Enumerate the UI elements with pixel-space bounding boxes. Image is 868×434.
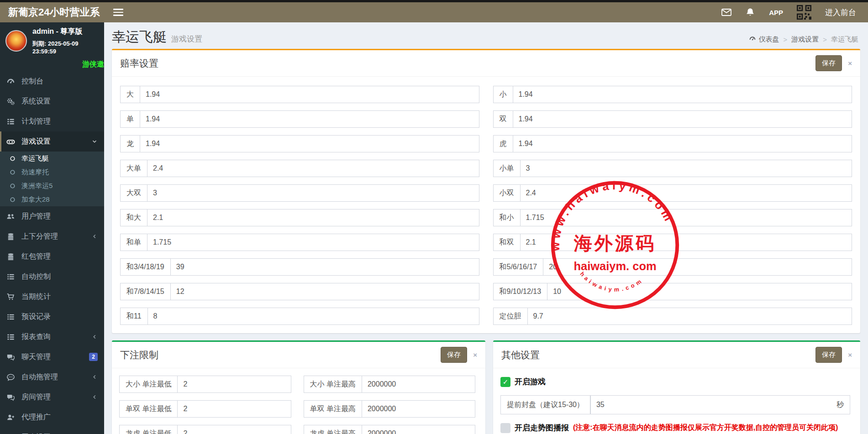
sidebar-item-auto-bot-management[interactable]: 自动拖管理 [0,367,104,387]
sidebar-item-agent-promotion[interactable]: 代理推广 [0,407,104,427]
user-plus-icon [6,413,17,422]
odds-close-icon[interactable]: × [848,60,852,67]
odds-panel-header: 赔率设置 保存 × [112,50,860,77]
odds-field: 和双 [493,234,852,251]
close-ahead-input[interactable] [590,395,831,414]
odds-save-button[interactable]: 保存 [815,55,842,71]
announcement-marquee: 游侠邀请 [0,58,104,71]
breadcrumb-separator: > [783,36,787,43]
trend-broadcast-checkbox[interactable] [500,423,510,433]
odds-input[interactable] [520,160,852,177]
app-link[interactable]: APP [769,9,783,16]
odds-input[interactable] [140,86,479,103]
limit-max-field: 大小 单注最高 [304,376,476,393]
odds-input[interactable] [147,184,479,202]
limit-max-label: 单双 单注最高 [304,400,362,418]
sidebar-item-label: 回水设置 [21,433,51,434]
odds-settings-panel: 赔率设置 保存 × 大小单双龙虎大单小单大双小双和大和小和单和双和3/4/18/… [112,49,860,333]
odds-input[interactable] [147,209,479,226]
odds-input[interactable] [140,135,479,152]
sidebar-item-preset-records[interactable]: 预设记录 [0,307,104,327]
breadcrumb-game-settings-link[interactable]: 游戏设置 [791,35,819,44]
limit-min-input[interactable] [177,425,291,434]
odds-input[interactable] [513,86,852,103]
odds-panel-title: 赔率设置 [120,57,158,70]
close-ahead-field: 提前封盘（建议15-30） 秒 [500,395,850,414]
cart-icon [6,292,17,301]
limit-min-input[interactable] [177,400,291,418]
tasks-icon [6,117,17,126]
content-header: 幸运飞艇 游戏设置 仪表盘 > 游戏设置 > 幸运飞艇 [112,22,860,49]
comments-icon [6,352,17,361]
sidebar-subitem-speed-moto[interactable]: 劲速摩托 [0,165,104,179]
breadcrumb-separator: > [823,36,827,43]
sidebar-item-report-query[interactable]: 报表查询 [0,327,104,347]
user-panel: admin - 尊享版 到期: 2025-05-09 23:59:59 [0,22,104,58]
sidebar-subitem-lucky-airship[interactable]: 幸运飞艇 [0,152,104,165]
limit-max-input[interactable] [362,376,475,393]
breadcrumb-dashboard-link[interactable]: 仪表盘 [749,35,779,44]
chevron-left-icon [91,233,98,240]
chevron-left-icon [91,374,98,380]
trend-broadcast-note: (注意:在聊天消息流内的走势图播报仅展示官方开奖数据,自控的管理员可关闭此项) [573,423,838,433]
enter-frontend-link[interactable]: 进入前台 [825,7,856,18]
odds-input[interactable] [513,135,852,152]
limit-max-input[interactable] [362,425,475,434]
odds-label: 和小 [493,209,521,226]
odds-input[interactable] [513,110,852,128]
limit-max-input[interactable] [362,400,475,418]
sidebar-item-auto-control[interactable]: 自动控制 [0,267,104,287]
odds-label: 和3/4/18/19 [120,258,171,276]
envelope-icon[interactable] [721,7,731,17]
sidebar-item-user-management[interactable]: 用户管理 [0,206,104,226]
limits-close-icon[interactable]: × [473,351,477,358]
page-subtitle: 游戏设置 [171,34,202,44]
chevron-down-icon [91,138,98,145]
other-save-button[interactable]: 保存 [815,347,842,363]
brand-logo[interactable]: 新葡京24小时营业系 [0,2,104,22]
qr-code-icon[interactable] [797,5,811,20]
odds-input[interactable] [520,184,852,202]
odds-label: 小双 [493,184,521,202]
odds-label: 和双 [493,234,521,251]
sidebar-item-console[interactable]: 控制台 [0,71,104,91]
odds-field: 和单 [120,234,479,251]
sidebar-item-rebate-settings[interactable]: 回水设置 [0,427,104,434]
sidebar-item-plan-management[interactable]: 计划管理 [0,111,104,131]
sidebar-item-points-management[interactable]: 上下分管理 [0,226,104,246]
sidebar-item-game-settings[interactable]: 游戏设置 [0,131,104,152]
main-content: 幸运飞艇 游戏设置 仪表盘 > 游戏设置 > 幸运飞艇 赔率设置 [104,22,868,434]
limit-max-label: 龙虎 单注最高 [304,425,362,434]
dashboard-gauge-icon [749,35,756,44]
odds-input[interactable] [170,283,479,300]
sidebar-item-room-management[interactable]: 房间管理 [0,387,104,407]
odds-input[interactable] [543,258,852,276]
sidebar-subitem-canada-28[interactable]: 加拿大28 [0,193,104,206]
sidebar-toggle-button[interactable] [113,9,123,16]
sidebar-item-label: 计划管理 [21,117,51,126]
odds-input[interactable] [520,234,852,251]
sidebar-item-system-settings[interactable]: 系统设置 [0,91,104,111]
limit-min-input[interactable] [177,376,291,393]
app-window: 新葡京24小时营业系 APP 进入前台 [0,0,868,434]
odds-input[interactable] [147,234,479,251]
odds-field: 和9/10/12/13 [493,283,852,300]
odds-input[interactable] [520,209,852,226]
odds-label: 大双 [120,184,147,202]
other-close-icon[interactable]: × [848,351,852,358]
sidebar-item-chat-management[interactable]: 聊天管理2 [0,347,104,367]
odds-field: 小双 [493,184,852,202]
odds-input[interactable] [147,160,479,177]
odds-input[interactable] [147,308,479,325]
game-on-checkbox[interactable]: ✓ [500,377,510,387]
bell-icon[interactable] [745,7,755,17]
limits-save-button[interactable]: 保存 [441,347,467,363]
odds-input[interactable] [140,110,479,128]
odds-input[interactable] [547,283,852,300]
odds-input[interactable] [170,258,479,276]
odds-input[interactable] [527,308,852,325]
sidebar-item-current-stats[interactable]: 当期统计 [0,287,104,307]
odds-field: 和3/4/18/19 [120,258,479,276]
sidebar-item-redpacket-management[interactable]: 红包管理 [0,246,104,267]
sidebar-subitem-australia-lucky5[interactable]: 澳洲幸运5 [0,179,104,193]
